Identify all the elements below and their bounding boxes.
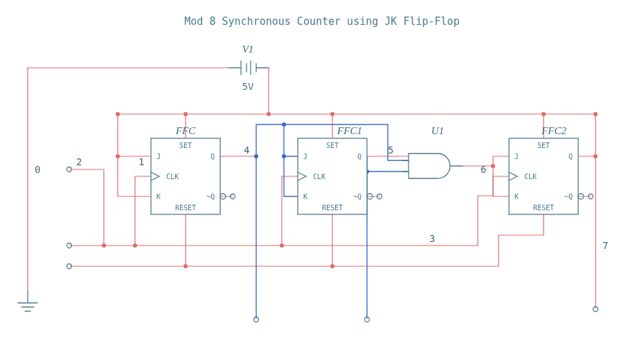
- schematic-title: Mod 8 Synchronous Counter using JK Flip-…: [184, 15, 459, 28]
- svg-point-34: [267, 112, 271, 116]
- voltage-source: V1 5V: [229, 44, 269, 92]
- net-6: 6: [481, 164, 486, 175]
- svg-point-40: [593, 112, 598, 116]
- svg-rect-60: [298, 138, 367, 214]
- net-0: 0: [35, 164, 40, 175]
- ffc2-reset: RESET: [533, 204, 554, 212]
- svg-point-42: [184, 264, 188, 268]
- net-4: 4: [244, 145, 249, 156]
- svg-rect-58: [151, 138, 220, 214]
- svg-point-39: [116, 154, 120, 158]
- ffc1-label: FFC1: [337, 125, 362, 136]
- and-gate: U1: [403, 125, 463, 178]
- ffc1-clk: CLK: [313, 173, 325, 180]
- svg-point-37: [542, 112, 546, 116]
- ffc-reset: RESET: [175, 204, 196, 212]
- svg-point-44: [133, 243, 137, 248]
- flipflop-ffc1: FFC1 SET RESET J K CLK Q ~Q: [298, 125, 373, 214]
- ffc2-q: Q: [569, 153, 573, 160]
- net-3: 3: [429, 233, 435, 244]
- flipflop-ffc2: FFC2 SET RESET J K CLK Q ~Q: [509, 125, 584, 214]
- svg-point-36: [330, 112, 334, 116]
- ffc1-qn: ~Q: [353, 193, 361, 201]
- ffc-qn: ~Q: [206, 193, 215, 201]
- svg-point-45: [280, 243, 284, 248]
- net-2: 2: [76, 156, 82, 167]
- ffc-set: SET: [179, 142, 192, 149]
- ffc-label: FFC: [175, 125, 196, 136]
- ffc1-q: Q: [357, 153, 361, 160]
- net-1: 1: [138, 156, 144, 167]
- v1-value: 5V: [242, 81, 254, 92]
- ffc1-set: SET: [326, 142, 339, 149]
- net-7: 7: [602, 240, 608, 251]
- ffc1-reset: RESET: [322, 204, 343, 212]
- svg-point-52: [254, 154, 258, 158]
- u1-label: U1: [431, 125, 444, 136]
- ffc1-j: J: [303, 153, 307, 160]
- v1-label: V1: [242, 44, 254, 55]
- svg-point-41: [593, 154, 598, 158]
- svg-point-35: [184, 112, 188, 116]
- svg-point-53: [282, 154, 286, 158]
- ffc2-label: FFC2: [541, 125, 566, 136]
- svg-point-38: [116, 112, 120, 116]
- ffc1-k: K: [303, 193, 307, 201]
- schematic-canvas: Mod 8 Synchronous Counter using JK Flip-…: [0, 0, 644, 352]
- svg-point-54: [282, 122, 286, 127]
- ffc2-j: J: [515, 153, 519, 160]
- ffc2-clk: CLK: [524, 173, 537, 180]
- ffc-clk: CLK: [166, 173, 179, 180]
- ground-symbol: [18, 290, 37, 311]
- ffc2-set: SET: [537, 142, 550, 149]
- ffc-k: K: [156, 193, 161, 201]
- svg-rect-62: [509, 138, 578, 214]
- ffc2-qn: ~Q: [564, 193, 573, 201]
- ffc2-k: K: [515, 193, 519, 201]
- net-5: 5: [388, 145, 393, 156]
- svg-point-43: [330, 264, 334, 268]
- flipflop-ffc: FFC SET RESET J K CLK Q ~Q: [151, 125, 226, 214]
- ffc-j: J: [156, 153, 161, 160]
- svg-point-47: [491, 164, 495, 168]
- svg-point-46: [102, 243, 106, 248]
- ffc-q: Q: [211, 153, 215, 160]
